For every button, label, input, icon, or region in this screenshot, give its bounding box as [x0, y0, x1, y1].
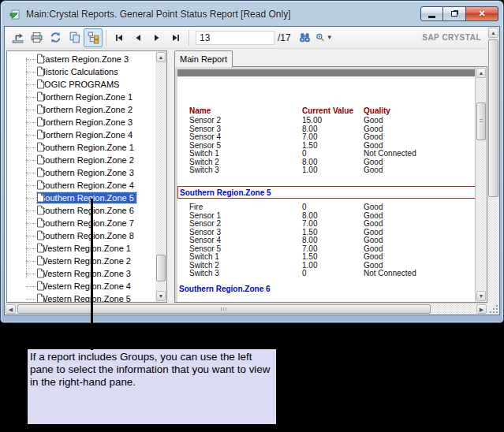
previous-page-icon: [133, 32, 144, 43]
window-vertical-scrollbar[interactable]: ▲: [487, 27, 499, 303]
export-icon: [11, 31, 24, 44]
tree-item[interactable]: Western Region.Zone 1: [7, 242, 155, 255]
cell-current-value: 0: [302, 149, 307, 158]
tree-item[interactable]: Northern Region.Zone 4: [7, 128, 155, 141]
resize-grip[interactable]: [487, 303, 499, 315]
copy-button[interactable]: [65, 28, 84, 47]
report-page-icon: [36, 79, 45, 89]
cell-current-value: 8.00: [302, 211, 317, 220]
tree-item[interactable]: Southern Region.Zone 6: [7, 204, 155, 217]
scroll-down-arrow-icon[interactable]: ▼: [476, 291, 486, 301]
tree-item[interactable]: Historic Calculations: [7, 65, 155, 78]
scroll-up-arrow-icon[interactable]: ▲: [488, 28, 498, 38]
report-row: Sensor 5 1.50 Good S: [177, 141, 480, 150]
toolbar-separator: [189, 30, 189, 46]
tree-item-label: Southern Region.Zone 3: [37, 167, 136, 178]
cell-current-value: 7.00: [302, 132, 317, 141]
cell-current-value: 15.00: [302, 116, 322, 125]
close-icon: ✕: [478, 9, 485, 18]
report-rows-a: Sensor 2 15.00 Good S Sensor 3 8.00 Good…: [177, 116, 480, 174]
last-page-icon: [170, 32, 181, 43]
tree-item[interactable]: Northern Region.Zone 1: [7, 91, 155, 103]
report-scrollbar-thumb[interactable]: [476, 102, 486, 140]
cell-name: Sensor 4: [189, 132, 221, 141]
report-row: Switch 2 8.00 Good S: [177, 158, 480, 166]
selected-group-box[interactable]: Southern Region.Zone 5: [177, 186, 480, 199]
title-bar[interactable]: Main:Crystal Reports. General Point Stat…: [4, 2, 500, 25]
tree-item[interactable]: Southern Region.Zone 4: [7, 179, 155, 192]
scroll-up-arrow-icon[interactable]: ▲: [476, 68, 486, 78]
print-button[interactable]: [27, 28, 46, 47]
export-button[interactable]: [8, 28, 27, 47]
tree-item[interactable]: Western Region.Zone 3: [7, 267, 155, 280]
cell-quality: Good: [364, 219, 383, 228]
cell-current-value: 1.50: [302, 252, 317, 261]
report-row: Switch 3 1.00 Good S: [177, 166, 480, 174]
scroll-down-arrow-icon[interactable]: ▼: [156, 291, 166, 301]
cell-quality: Good: [364, 228, 383, 236]
cell-quality: Good: [364, 116, 383, 125]
report-page-icon: [36, 129, 45, 140]
cell-name: Fire: [189, 203, 203, 211]
minimize-button[interactable]: [420, 6, 443, 21]
window-vscrollbar-thumb[interactable]: [488, 39, 498, 197]
scroll-left-arrow-icon[interactable]: ◀: [6, 304, 16, 314]
tree-item[interactable]: LOGIC PROGRAMS: [7, 78, 155, 91]
cell-quality: Good: [364, 132, 383, 141]
cell-quality: Good: [364, 141, 383, 150]
cell-name: Switch 1: [189, 149, 219, 158]
tree-item-label: Southern Region.Zone 8: [37, 230, 136, 241]
report-page-icon: [36, 142, 45, 152]
report-page-icon: [36, 293, 45, 302]
report-page-icon: [36, 255, 45, 266]
app-icon: [9, 8, 21, 20]
report-row: Switch 2 1.00 Good S: [177, 261, 480, 270]
report-row: Switch 3 0 Not Connected S: [177, 269, 480, 277]
report-row: Sensor 3 1.50 Good S: [177, 228, 480, 236]
window-horizontal-scrollbar[interactable]: ◀ ▶: [5, 303, 487, 315]
tree-item[interactable]: Southern Region.Zone 8: [7, 229, 155, 242]
tree-scrollbar-thumb[interactable]: [156, 255, 166, 281]
cell-current-value: 7.00: [302, 219, 317, 228]
page-total-label: /17: [278, 32, 291, 43]
tab-main-report[interactable]: Main Report: [174, 50, 233, 67]
tree-item[interactable]: Western Region.Zone 4: [7, 280, 155, 292]
next-page-button[interactable]: [147, 28, 166, 47]
refresh-button[interactable]: [46, 28, 65, 47]
tree-item[interactable]: Western Region.Zone 5: [7, 292, 155, 302]
tree-item[interactable]: Western Region.Zone 2: [7, 255, 155, 267]
scroll-right-arrow-icon[interactable]: ▶: [476, 304, 487, 314]
cell-quality: Not Connected: [364, 149, 416, 158]
tree-item[interactable]: Eastern Region.Zone 3: [7, 53, 155, 65]
tree-item[interactable]: Northern Region.Zone 2: [7, 103, 155, 116]
tree-item[interactable]: Southern Region.Zone 2: [7, 154, 155, 166]
tab-label: Main Report: [180, 54, 227, 64]
scroll-up-arrow-icon[interactable]: ▲: [156, 52, 166, 62]
last-page-button[interactable]: [166, 28, 185, 47]
window-hscrollbar-thumb[interactable]: [17, 304, 431, 314]
tree-item-label: Southern Region.Zone 1: [37, 142, 136, 153]
tree-item[interactable]: Northern Region.Zone 3: [7, 116, 155, 128]
zoom-button[interactable]: ▼: [315, 28, 334, 47]
first-page-button[interactable]: [110, 28, 129, 47]
previous-page-button[interactable]: [129, 28, 147, 47]
close-button[interactable]: ✕: [466, 6, 498, 21]
tree-item-label: Western Region.Zone 3: [37, 268, 133, 279]
page-number-input[interactable]: 13: [196, 31, 274, 45]
next-page-icon: [151, 32, 162, 43]
cell-name: Switch 3: [189, 269, 219, 277]
cell-quality: Good: [364, 252, 383, 261]
tree-item[interactable]: Southern Region.Zone 5: [7, 192, 155, 204]
tree-item[interactable]: Southern Region.Zone 1: [7, 141, 155, 154]
callout-text: If a report includes Groups, you can use…: [30, 351, 270, 388]
report-row: Sensor 4 7.00 Good S: [177, 132, 480, 141]
find-button[interactable]: [296, 28, 315, 47]
tree-item[interactable]: Southern Region.Zone 3: [7, 166, 155, 179]
toggle-group-tree-button[interactable]: [84, 28, 103, 47]
tree-vertical-scrollbar[interactable]: ▲ ▼: [155, 51, 166, 302]
restore-button[interactable]: [443, 6, 466, 21]
report-row: Sensor 2 15.00 Good S: [177, 116, 480, 125]
report-page-icon: [36, 104, 45, 114]
report-vertical-scrollbar[interactable]: ▲ ▼: [475, 67, 487, 302]
tree-item[interactable]: Southern Region.Zone 7: [7, 217, 155, 229]
